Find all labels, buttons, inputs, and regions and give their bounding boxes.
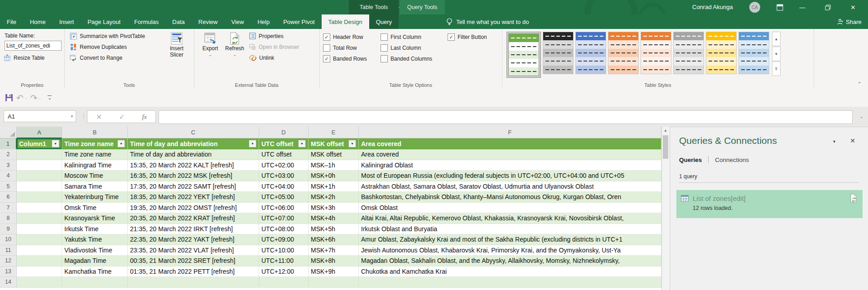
cell-F10[interactable]: Amur Oblast, Zabaykalsky Krai and most o… <box>359 234 661 245</box>
table-style-swatch-gold-light[interactable] <box>706 32 737 74</box>
cell-D5[interactable]: UTC+04:00 <box>259 181 309 192</box>
convert-to-range-button[interactable]: Convert to Range <box>70 54 122 62</box>
save-icon[interactable] <box>5 93 14 102</box>
cell-A3[interactable] <box>17 160 62 171</box>
cell-D3[interactable]: UTC+02:00 <box>259 160 309 171</box>
table-name-input[interactable] <box>5 41 62 51</box>
checkbox-filter-button[interactable]: ✓Filter Button <box>448 33 487 41</box>
restore-button[interactable] <box>818 0 837 14</box>
cell-A5[interactable] <box>17 181 62 192</box>
pane-options-dropdown-icon[interactable]: ▾ <box>833 139 835 144</box>
filter-dropdown-icon[interactable]: ▼ <box>52 140 59 147</box>
cell-C5[interactable]: 17:35, 20 March 2022 SAMT [refresh] <box>128 181 259 192</box>
cell-D10[interactable]: UTC+09:00 <box>259 234 309 245</box>
cell-F5[interactable]: Astrakhan Oblast, Samara Oblast, Saratov… <box>359 181 661 192</box>
cell-D9[interactable]: UTC+08:00 <box>259 224 309 235</box>
table-header-cell-msk-offset[interactable]: MSK offset▼ <box>309 138 359 149</box>
cell-E9[interactable]: MSK+5h <box>309 224 359 235</box>
tab-power-pivot[interactable]: Power Pivot <box>276 14 321 29</box>
cell-F8[interactable]: Altai Krai, Altai Republic, Kemerovo Obl… <box>359 213 661 224</box>
column-header-d[interactable]: D <box>259 127 309 138</box>
tab-home[interactable]: Home <box>23 14 53 29</box>
cell-D13[interactable]: UTC+12:00 <box>259 266 309 277</box>
customize-qat-icon[interactable]: ⌄ <box>48 95 52 100</box>
tab-page-layout[interactable]: Page Layout <box>81 14 127 29</box>
tab-view[interactable]: View <box>224 14 251 29</box>
enter-formula-icon[interactable]: ✓ <box>119 113 125 121</box>
cell-F3[interactable]: Kaliningrad Oblast <box>359 160 661 171</box>
table-style-swatch-green-medium[interactable] <box>508 33 539 76</box>
column-header-b[interactable]: B <box>62 127 128 138</box>
cell-E3[interactable]: MSK–1h <box>309 160 359 171</box>
row-header-11[interactable]: 11 <box>0 245 17 256</box>
scrollbar-thumb[interactable] <box>663 135 668 159</box>
cell-A7[interactable] <box>17 203 62 214</box>
pane-tab-connections[interactable]: Connections <box>715 157 749 163</box>
cell-B12[interactable]: Magadan Time <box>62 256 128 266</box>
cell-B6[interactable]: Yekaterinburg Time <box>62 192 128 203</box>
user-name[interactable]: Conrad Akunga <box>692 0 733 14</box>
checkbox-banded-columns[interactable]: Banded Columns <box>381 55 432 62</box>
cell-A13[interactable] <box>17 266 62 277</box>
name-box-dropdown-icon[interactable]: ▾ <box>71 114 73 119</box>
cell-C8[interactable]: 20:35, 20 March 2022 KRAT [refresh] <box>128 213 259 224</box>
unchecked-box-icon[interactable] <box>381 55 388 62</box>
cell-E14[interactable] <box>309 277 359 288</box>
tab-formulas[interactable]: Formulas <box>127 14 165 29</box>
row-header-3[interactable]: 3 <box>0 160 17 171</box>
cell-E6[interactable]: MSK+2h <box>309 192 359 203</box>
cell-D6[interactable]: UTC+05:00 <box>259 192 309 203</box>
cell-D12[interactable]: UTC+11:00 <box>259 256 309 266</box>
filter-dropdown-icon[interactable]: ▼ <box>298 140 306 147</box>
remove-duplicates-button[interactable]: Remove Duplicates <box>70 43 127 51</box>
selected-style-frame[interactable] <box>506 32 541 78</box>
row-header-4[interactable]: 4 <box>0 171 17 181</box>
scroll-up-icon[interactable]: ▲ <box>662 127 669 134</box>
tab-table-design[interactable]: Table Design <box>322 14 369 29</box>
refresh-button[interactable]: Refresh ⌄ <box>223 32 246 58</box>
cell-D4[interactable]: UTC+03:00 <box>259 171 309 181</box>
share-button[interactable]: Share <box>837 14 862 29</box>
ribbon-display-options-icon[interactable] <box>770 0 789 14</box>
filter-dropdown-icon[interactable]: ▼ <box>117 140 125 147</box>
cell-E5[interactable]: MSK+1h <box>309 181 359 192</box>
select-all-corner[interactable] <box>0 127 17 138</box>
cell-B8[interactable]: Krasnoyarsk Time <box>62 213 128 224</box>
cell-B13[interactable]: Kamchatka Time <box>62 266 128 277</box>
cell-D14[interactable] <box>259 277 309 288</box>
table-style-swatch-orange-medium[interactable] <box>608 32 639 74</box>
resize-table-button[interactable]: Resize Table <box>4 54 44 62</box>
tab-file[interactable]: File <box>0 14 23 29</box>
cell-E8[interactable]: MSK+4h <box>309 213 359 224</box>
cell-F6[interactable]: Bashkortostan, Chelyabinsk Oblast, Khant… <box>359 192 661 203</box>
cell-C11[interactable]: 23:35, 20 March 2022 VLAT [refresh] <box>128 245 259 256</box>
cell-C4[interactable]: 16:35, 20 March 2022 MSK [refresh] <box>128 171 259 181</box>
cell-C3[interactable]: 15:35, 20 March 2022 KALT [refresh] <box>128 160 259 171</box>
cell-D7[interactable]: UTC+06:00 <box>259 203 309 214</box>
row-header-6[interactable]: 6 <box>0 192 17 203</box>
cell-C10[interactable]: 22:35, 20 March 2022 YAKT [refresh] <box>128 234 259 245</box>
checked-box-icon[interactable]: ✓ <box>323 55 330 62</box>
cell-F2[interactable]: Area covered <box>359 149 661 160</box>
cell-E7[interactable]: MSK+3h <box>309 203 359 214</box>
formula-input[interactable] <box>159 110 853 124</box>
table-header-cell-time-zone-name[interactable]: Time zone name▼ <box>62 138 128 149</box>
checkbox-total-row[interactable]: Total Row <box>323 44 357 52</box>
vertical-scrollbar[interactable]: ▲ <box>661 127 669 290</box>
row-header-7[interactable]: 7 <box>0 203 17 214</box>
cell-F14[interactable] <box>359 277 661 288</box>
cell-E13[interactable]: MSK+9h <box>309 266 359 277</box>
cell-E10[interactable]: MSK+6h <box>309 234 359 245</box>
checkbox-banded-rows[interactable]: ✓Banded Rows <box>323 55 367 62</box>
cell-F7[interactable]: Omsk Oblast <box>359 203 661 214</box>
open-in-browser-button[interactable]: Open in Browser <box>249 43 299 50</box>
table-header-cell-area-covered[interactable]: Area covered <box>359 138 661 149</box>
collapse-ribbon-icon[interactable]: ⌃ <box>858 81 862 87</box>
cell-E12[interactable]: MSK+8h <box>309 256 359 266</box>
tab-query[interactable]: Query <box>369 14 399 29</box>
checked-box-icon[interactable]: ✓ <box>448 33 455 41</box>
checkbox-last-column[interactable]: Last Column <box>381 44 421 52</box>
checkbox-first-column[interactable]: First Column <box>381 33 421 41</box>
cell-E4[interactable]: MSK+0h <box>309 171 359 181</box>
unchecked-box-icon[interactable] <box>381 33 388 41</box>
